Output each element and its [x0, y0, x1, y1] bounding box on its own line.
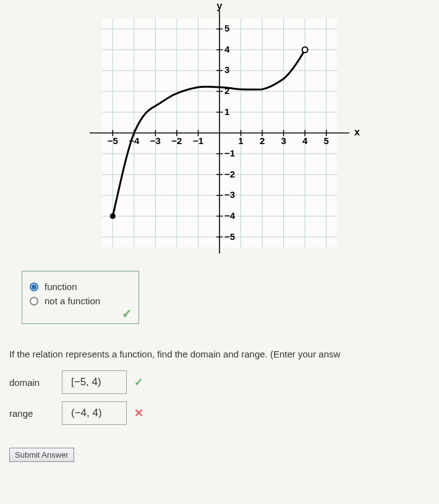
svg-text:−1: −1 [193, 135, 203, 146]
instruction-text: If the relation represents a function, f… [9, 349, 439, 359]
svg-text:5: 5 [324, 135, 329, 146]
svg-text:−3: −3 [150, 135, 161, 146]
radio-selected-icon [30, 283, 38, 291]
domain-label: domain [9, 377, 62, 388]
svg-text:−1: −1 [224, 148, 235, 158]
svg-text:2: 2 [260, 135, 265, 146]
closed-endpoint-icon [110, 213, 116, 219]
check-icon: ✓ [122, 306, 132, 321]
radio-unselected-icon [30, 297, 38, 305]
svg-text:−5: −5 [108, 135, 118, 146]
function-radio-group: function not a function ✓ [22, 271, 139, 324]
svg-text:−2: −2 [224, 169, 235, 179]
radio-function[interactable]: function [30, 281, 131, 292]
svg-text:4: 4 [224, 44, 230, 54]
chart-svg: −5−4−3 −2−11 234 5 543 21−1 −2−3−4 −5 y … [65, 3, 374, 263]
radio-label-not-function: not a function [45, 296, 100, 306]
svg-text:3: 3 [224, 64, 229, 75]
svg-text:−4: −4 [224, 210, 236, 221]
y-axis-label: y [217, 3, 223, 11]
range-input[interactable]: (−4, 4) [62, 401, 127, 425]
check-icon: ✓ [134, 375, 143, 389]
svg-text:−3: −3 [224, 189, 235, 200]
x-axis-label: x [354, 127, 360, 137]
svg-text:−5: −5 [224, 231, 235, 242]
range-row: range (−4, 4) ✕ [9, 401, 439, 425]
svg-text:3: 3 [281, 135, 286, 146]
submit-button[interactable]: Submit Answer [9, 448, 74, 462]
function-graph: −5−4−3 −2−11 234 5 543 21−1 −2−3−4 −5 y … [65, 0, 374, 260]
radio-label-function: function [45, 281, 77, 292]
svg-text:1: 1 [238, 135, 243, 146]
svg-text:5: 5 [224, 23, 229, 33]
open-endpoint-icon [302, 47, 308, 53]
domain-row: domain [−5, 4) ✓ [9, 370, 439, 394]
svg-text:1: 1 [224, 106, 229, 117]
x-icon: ✕ [134, 406, 143, 420]
radio-not-a-function[interactable]: not a function [30, 296, 131, 306]
svg-text:−2: −2 [171, 135, 182, 146]
range-label: range [9, 408, 62, 419]
domain-input[interactable]: [−5, 4) [62, 370, 127, 394]
svg-text:4: 4 [302, 135, 308, 146]
